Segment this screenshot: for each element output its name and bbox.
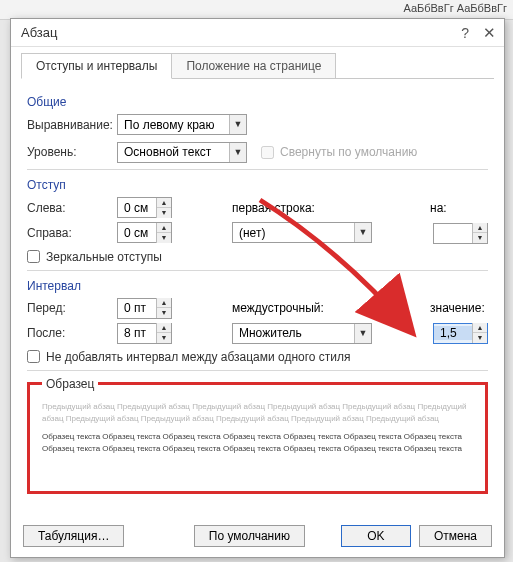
at-value-spinner[interactable]: 1,5 ▲▼ [433,323,488,344]
spinner-down-icon[interactable]: ▼ [473,333,487,343]
tab-indents[interactable]: Отступы и интервалы [21,53,172,79]
spinner-up-icon[interactable]: ▲ [157,198,171,208]
titlebar: Абзац ? ✕ [11,19,504,47]
tabs: Отступы и интервалы Положение на страниц… [11,47,504,79]
preview-box: Предыдущий абзац Предыдущий абзац Предыд… [42,401,473,481]
default-button[interactable]: По умолчанию [194,525,305,547]
group-general-title: Общие [27,95,488,109]
help-button[interactable]: ? [461,26,469,40]
first-line-label: первая строка: [232,201,372,215]
dialog-content: Общие Выравнивание: По левому краю ▼ Уро… [11,79,504,517]
mirror-indent-checkbox[interactable] [27,250,40,263]
tab-position[interactable]: Положение на странице [171,53,336,79]
before-spinner[interactable]: 0 пт ▲▼ [117,298,172,319]
spinner-up-icon[interactable]: ▲ [473,323,487,333]
spinner-up-icon[interactable]: ▲ [473,223,487,233]
collapse-checkbox [261,146,274,159]
after-label: После: [27,326,117,340]
spinner-down-icon[interactable]: ▼ [473,233,487,243]
indent-right-spinner[interactable]: 0 см ▲▼ [117,222,172,243]
first-line-combo[interactable]: (нет) ▼ [232,222,372,243]
line-spacing-combo[interactable]: Множитель ▼ [232,323,372,344]
alignment-label: Выравнивание: [27,118,117,132]
indent-right-label: Справа: [27,226,117,240]
tabs-button[interactable]: Табуляция… [23,525,124,547]
dialog-footer: Табуляция… По умолчанию OK Отмена [11,517,504,557]
after-spinner[interactable]: 8 пт ▲▼ [117,323,172,344]
spinner-down-icon[interactable]: ▼ [157,233,171,243]
alignment-combo[interactable]: По левому краю ▼ [117,114,247,135]
level-label: Уровень: [27,145,117,159]
spinner-down-icon[interactable]: ▼ [157,333,171,343]
spinner-up-icon[interactable]: ▲ [157,298,171,308]
ribbon-styles: АаБбВвГг АаБбВвГг [397,0,513,16]
paragraph-dialog: Абзац ? ✕ Отступы и интервалы Положение … [10,18,505,558]
indent-by-label: на: [430,201,488,215]
at-label: значение: [430,301,488,315]
preview-fieldset: Образец Предыдущий абзац Предыдущий абза… [27,377,488,494]
chevron-down-icon: ▼ [354,324,371,343]
level-combo[interactable]: Основной текст ▼ [117,142,247,163]
group-indent-title: Отступ [27,178,488,192]
no-space-label: Не добавлять интервал между абзацами одн… [46,350,351,364]
preview-legend: Образец [42,377,98,391]
no-space-checkbox[interactable] [27,350,40,363]
line-spacing-label: междустрочный: [232,301,372,315]
indent-by-spinner[interactable]: ▲▼ [433,223,488,244]
dialog-title: Абзац [21,25,57,40]
spinner-down-icon[interactable]: ▼ [157,308,171,318]
cancel-button[interactable]: Отмена [419,525,492,547]
collapse-label: Свернуты по умолчанию [280,145,417,159]
before-label: Перед: [27,301,117,315]
spinner-up-icon[interactable]: ▲ [157,323,171,333]
spinner-down-icon[interactable]: ▼ [157,208,171,218]
spinner-up-icon[interactable]: ▲ [157,223,171,233]
chevron-down-icon: ▼ [229,143,246,162]
mirror-indent-label: Зеркальные отступы [46,250,162,264]
indent-left-label: Слева: [27,201,117,215]
chevron-down-icon: ▼ [229,115,246,134]
ok-button[interactable]: OK [341,525,411,547]
chevron-down-icon: ▼ [354,223,371,242]
indent-left-spinner[interactable]: 0 см ▲▼ [117,197,172,218]
close-button[interactable]: ✕ [483,25,496,40]
group-spacing-title: Интервал [27,279,488,293]
